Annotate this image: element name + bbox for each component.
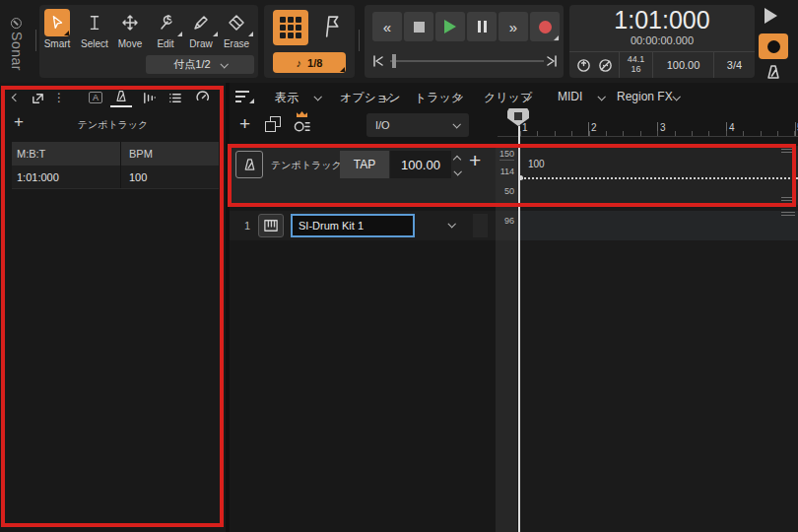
menu-region-fx[interactable]: Region FX: [617, 90, 673, 103]
track-view: 表示 オプション トラック クリップ MIDI Region FX + I/O: [230, 83, 798, 532]
mini-play-icon[interactable]: [765, 8, 777, 24]
tempo-track-row: テンポトラック TAP 100.00 + 150 114 50 100: [230, 146, 798, 205]
chevron-down-icon[interactable]: [447, 220, 455, 228]
tempo-track-icon-box[interactable]: [235, 151, 263, 178]
track-header-pane: [230, 205, 496, 532]
move-tool-button[interactable]: Move: [112, 8, 148, 49]
divider: [359, 30, 360, 51]
position-slider-thumb[interactable]: [392, 54, 396, 68]
instrument-icon-box[interactable]: [258, 214, 284, 237]
top-toolbar: Sonar Smart Select Move Edit: [0, 0, 798, 83]
menu-options[interactable]: オプション: [340, 90, 400, 106]
chevron-down-icon[interactable]: [672, 93, 680, 100]
tab-markers[interactable]: [138, 88, 160, 107]
pause-button[interactable]: [467, 12, 497, 41]
flag-icon[interactable]: [319, 13, 341, 40]
chevron-down-icon[interactable]: [313, 93, 321, 100]
edit-tool-button[interactable]: Edit: [148, 8, 183, 49]
stop-button[interactable]: [404, 12, 433, 41]
record-button[interactable]: [530, 12, 560, 41]
select-tool-label: Select: [77, 38, 112, 49]
record-armed-icon: [767, 40, 780, 53]
mbt-cell[interactable]: 1:01:000: [12, 171, 120, 183]
tempo-value-field[interactable]: 100.00: [390, 151, 451, 178]
add-tempo-node-button[interactable]: +: [469, 149, 481, 172]
lane-resize-grip[interactable]: [781, 197, 795, 201]
chevron-down-icon[interactable]: [597, 93, 605, 100]
rewind-button[interactable]: «: [372, 12, 402, 41]
metronome-icon[interactable]: [764, 63, 783, 81]
snap-grid-button[interactable]: [273, 10, 308, 45]
tab-gauge[interactable]: [191, 88, 213, 107]
go-to-start-icon[interactable]: [372, 54, 384, 68]
tab-articulations[interactable]: A: [85, 88, 106, 107]
tempo-envelope-line[interactable]: [521, 177, 798, 179]
chevron-down-icon: [220, 60, 228, 68]
play-icon: [444, 20, 456, 33]
bars-icon: [142, 91, 157, 105]
clips-pane: [517, 205, 798, 532]
tempo-track-name: テンポトラック: [271, 159, 342, 172]
track-name-field[interactable]: SI-Drum Kit 1: [291, 214, 415, 237]
play-button[interactable]: [435, 12, 465, 41]
open-in-window-button[interactable]: [28, 88, 47, 107]
bpm-cell[interactable]: 100: [120, 166, 219, 188]
collapse-panel-button[interactable]: [8, 88, 24, 107]
erase-tool-button[interactable]: Erase: [219, 8, 254, 49]
dropdown-corner: [554, 35, 559, 40]
drum-track-lane[interactable]: [517, 211, 798, 240]
draw-tool-button[interactable]: Draw: [183, 8, 219, 49]
metronome-icon: [113, 89, 129, 103]
dropdown-corner: [248, 32, 253, 36]
tempo-track-lane[interactable]: 100: [517, 146, 798, 205]
tab-tempo[interactable]: [110, 88, 132, 107]
menu-midi[interactable]: MIDI: [558, 90, 582, 103]
bit-depth-value[interactable]: 16: [631, 65, 640, 75]
tempo-decrement-button[interactable]: [454, 166, 460, 177]
note-icon: ♪: [297, 57, 302, 69]
track-manager-button[interactable]: [291, 112, 314, 136]
edit-tool-label: Edit: [148, 38, 183, 49]
time-display-group: 1:01:000 00:00:00.000 44.1 16 100.00 3/4: [569, 5, 755, 78]
chevron-down-icon: [452, 120, 460, 128]
app-logo: Sonar: [0, 10, 33, 79]
fast-forward-button[interactable]: »: [499, 12, 528, 41]
duplicate-track-button[interactable]: [265, 116, 283, 134]
tab-list[interactable]: [164, 88, 185, 107]
stop-icon: [414, 22, 425, 33]
go-to-end-icon[interactable]: [546, 54, 558, 68]
snap-group: ♪ 1/8: [264, 5, 355, 78]
time-display-sub[interactable]: 00:00:00.000: [569, 34, 755, 46]
note-duration-button[interactable]: ♪ 1/8: [273, 52, 346, 73]
snap-value-dropdown[interactable]: 付点1/2: [146, 55, 254, 74]
panel-menu-button[interactable]: ⋮: [53, 88, 65, 107]
time-signature-display[interactable]: 3/4: [713, 52, 755, 78]
lane-resize-grip[interactable]: [781, 149, 795, 153]
track-toolbar: + I/O: [230, 110, 496, 140]
drum-scale-column: 96: [496, 211, 517, 240]
position-slider-track[interactable]: [390, 60, 544, 62]
io-dropdown[interactable]: I/O: [366, 113, 469, 137]
metronome-dial-icon[interactable]: [598, 58, 613, 73]
sync-power-icon[interactable]: [576, 58, 591, 73]
add-track-button[interactable]: +: [239, 113, 250, 135]
track-mini-control[interactable]: [473, 214, 488, 237]
lane-resize-grip[interactable]: [781, 212, 795, 216]
menu-view[interactable]: 表示: [275, 90, 299, 106]
tempo-scale-mid: 114: [500, 166, 514, 176]
tap-tempo-button[interactable]: TAP: [340, 151, 389, 178]
timeline-ruler[interactable]: 1 2 3 4 5: [498, 110, 798, 137]
tempo-table-row[interactable]: 1:01:000 100: [12, 166, 219, 189]
smart-tool-button[interactable]: Smart: [39, 8, 75, 49]
drum-scale-value: 96: [504, 216, 514, 226]
tempo-increment-button[interactable]: [454, 153, 460, 165]
time-display-main[interactable]: 1:01:000: [569, 6, 755, 34]
tempo-value-display[interactable]: 100.00: [652, 52, 713, 78]
drum-track-header[interactable]: 1 SI-Drum Kit 1: [230, 211, 496, 240]
menu-hamburger-icon[interactable]: [235, 89, 255, 104]
dropdown-corner: [64, 31, 69, 35]
filter-icon: [293, 118, 311, 135]
tempo-track-header[interactable]: テンポトラック TAP 100.00 +: [230, 146, 496, 205]
record-arm-button[interactable]: [759, 33, 788, 59]
select-tool-button[interactable]: Select: [77, 8, 112, 49]
